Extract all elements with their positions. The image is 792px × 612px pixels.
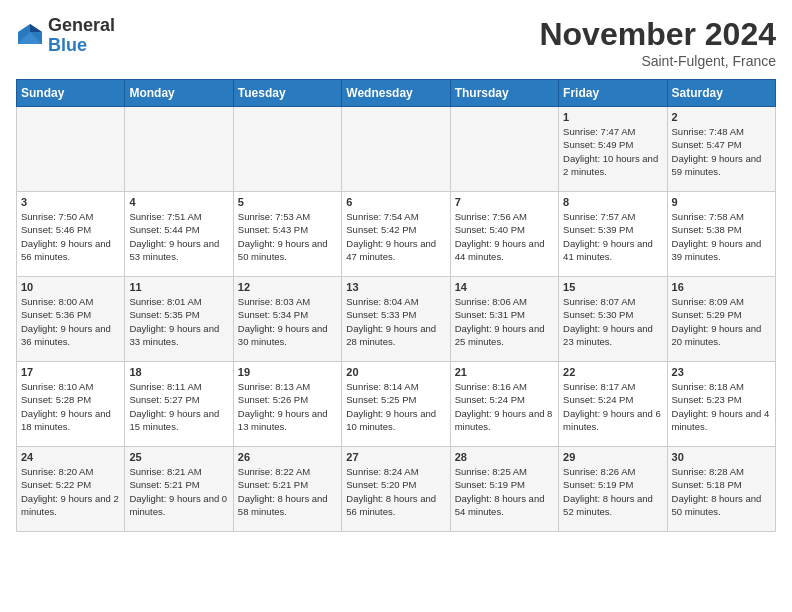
logo-blue: Blue <box>48 36 115 56</box>
logo-general: General <box>48 16 115 36</box>
day-number: 23 <box>672 366 771 378</box>
calendar-table: SundayMondayTuesdayWednesdayThursdayFrid… <box>16 79 776 532</box>
day-number: 1 <box>563 111 662 123</box>
header-row: SundayMondayTuesdayWednesdayThursdayFrid… <box>17 80 776 107</box>
day-info: Sunrise: 7:58 AM Sunset: 5:38 PM Dayligh… <box>672 210 771 263</box>
calendar-cell: 2Sunrise: 7:48 AM Sunset: 5:47 PM Daylig… <box>667 107 775 192</box>
calendar-cell: 25Sunrise: 8:21 AM Sunset: 5:21 PM Dayli… <box>125 447 233 532</box>
day-number: 9 <box>672 196 771 208</box>
day-number: 7 <box>455 196 554 208</box>
day-number: 3 <box>21 196 120 208</box>
calendar-cell: 8Sunrise: 7:57 AM Sunset: 5:39 PM Daylig… <box>559 192 667 277</box>
calendar-cell: 19Sunrise: 8:13 AM Sunset: 5:26 PM Dayli… <box>233 362 341 447</box>
calendar-cell: 21Sunrise: 8:16 AM Sunset: 5:24 PM Dayli… <box>450 362 558 447</box>
calendar-cell: 15Sunrise: 8:07 AM Sunset: 5:30 PM Dayli… <box>559 277 667 362</box>
week-row-4: 24Sunrise: 8:20 AM Sunset: 5:22 PM Dayli… <box>17 447 776 532</box>
week-row-2: 10Sunrise: 8:00 AM Sunset: 5:36 PM Dayli… <box>17 277 776 362</box>
calendar-cell: 23Sunrise: 8:18 AM Sunset: 5:23 PM Dayli… <box>667 362 775 447</box>
day-number: 2 <box>672 111 771 123</box>
day-number: 6 <box>346 196 445 208</box>
day-info: Sunrise: 8:00 AM Sunset: 5:36 PM Dayligh… <box>21 295 120 348</box>
day-number: 4 <box>129 196 228 208</box>
header-monday: Monday <box>125 80 233 107</box>
day-number: 13 <box>346 281 445 293</box>
header-tuesday: Tuesday <box>233 80 341 107</box>
day-info: Sunrise: 8:25 AM Sunset: 5:19 PM Dayligh… <box>455 465 554 518</box>
calendar-body: 1Sunrise: 7:47 AM Sunset: 5:49 PM Daylig… <box>17 107 776 532</box>
calendar-cell: 27Sunrise: 8:24 AM Sunset: 5:20 PM Dayli… <box>342 447 450 532</box>
day-info: Sunrise: 8:07 AM Sunset: 5:30 PM Dayligh… <box>563 295 662 348</box>
day-info: Sunrise: 8:18 AM Sunset: 5:23 PM Dayligh… <box>672 380 771 433</box>
day-info: Sunrise: 8:28 AM Sunset: 5:18 PM Dayligh… <box>672 465 771 518</box>
calendar-cell <box>342 107 450 192</box>
header-saturday: Saturday <box>667 80 775 107</box>
calendar-cell: 17Sunrise: 8:10 AM Sunset: 5:28 PM Dayli… <box>17 362 125 447</box>
day-number: 15 <box>563 281 662 293</box>
calendar-header: SundayMondayTuesdayWednesdayThursdayFrid… <box>17 80 776 107</box>
day-info: Sunrise: 8:22 AM Sunset: 5:21 PM Dayligh… <box>238 465 337 518</box>
calendar-cell: 6Sunrise: 7:54 AM Sunset: 5:42 PM Daylig… <box>342 192 450 277</box>
day-number: 18 <box>129 366 228 378</box>
calendar-cell: 30Sunrise: 8:28 AM Sunset: 5:18 PM Dayli… <box>667 447 775 532</box>
day-number: 22 <box>563 366 662 378</box>
day-info: Sunrise: 7:54 AM Sunset: 5:42 PM Dayligh… <box>346 210 445 263</box>
day-number: 10 <box>21 281 120 293</box>
day-number: 27 <box>346 451 445 463</box>
month-title: November 2024 <box>539 16 776 53</box>
header-sunday: Sunday <box>17 80 125 107</box>
day-info: Sunrise: 8:14 AM Sunset: 5:25 PM Dayligh… <box>346 380 445 433</box>
calendar-cell: 29Sunrise: 8:26 AM Sunset: 5:19 PM Dayli… <box>559 447 667 532</box>
day-number: 12 <box>238 281 337 293</box>
calendar-cell <box>17 107 125 192</box>
day-number: 24 <box>21 451 120 463</box>
day-info: Sunrise: 8:21 AM Sunset: 5:21 PM Dayligh… <box>129 465 228 518</box>
calendar-cell: 12Sunrise: 8:03 AM Sunset: 5:34 PM Dayli… <box>233 277 341 362</box>
calendar-cell: 3Sunrise: 7:50 AM Sunset: 5:46 PM Daylig… <box>17 192 125 277</box>
day-info: Sunrise: 8:09 AM Sunset: 5:29 PM Dayligh… <box>672 295 771 348</box>
day-info: Sunrise: 7:47 AM Sunset: 5:49 PM Dayligh… <box>563 125 662 178</box>
calendar-cell: 4Sunrise: 7:51 AM Sunset: 5:44 PM Daylig… <box>125 192 233 277</box>
calendar-cell: 18Sunrise: 8:11 AM Sunset: 5:27 PM Dayli… <box>125 362 233 447</box>
week-row-1: 3Sunrise: 7:50 AM Sunset: 5:46 PM Daylig… <box>17 192 776 277</box>
day-info: Sunrise: 7:53 AM Sunset: 5:43 PM Dayligh… <box>238 210 337 263</box>
calendar-cell: 26Sunrise: 8:22 AM Sunset: 5:21 PM Dayli… <box>233 447 341 532</box>
day-number: 11 <box>129 281 228 293</box>
day-info: Sunrise: 7:51 AM Sunset: 5:44 PM Dayligh… <box>129 210 228 263</box>
calendar-cell <box>125 107 233 192</box>
calendar-cell: 10Sunrise: 8:00 AM Sunset: 5:36 PM Dayli… <box>17 277 125 362</box>
calendar-cell: 28Sunrise: 8:25 AM Sunset: 5:19 PM Dayli… <box>450 447 558 532</box>
calendar-cell: 1Sunrise: 7:47 AM Sunset: 5:49 PM Daylig… <box>559 107 667 192</box>
day-number: 29 <box>563 451 662 463</box>
calendar-cell: 5Sunrise: 7:53 AM Sunset: 5:43 PM Daylig… <box>233 192 341 277</box>
day-info: Sunrise: 8:26 AM Sunset: 5:19 PM Dayligh… <box>563 465 662 518</box>
calendar-cell: 20Sunrise: 8:14 AM Sunset: 5:25 PM Dayli… <box>342 362 450 447</box>
page-header: General Blue November 2024 Saint-Fulgent… <box>16 16 776 69</box>
calendar-cell: 16Sunrise: 8:09 AM Sunset: 5:29 PM Dayli… <box>667 277 775 362</box>
calendar-cell: 9Sunrise: 7:58 AM Sunset: 5:38 PM Daylig… <box>667 192 775 277</box>
day-number: 14 <box>455 281 554 293</box>
week-row-0: 1Sunrise: 7:47 AM Sunset: 5:49 PM Daylig… <box>17 107 776 192</box>
day-info: Sunrise: 8:10 AM Sunset: 5:28 PM Dayligh… <box>21 380 120 433</box>
day-info: Sunrise: 7:50 AM Sunset: 5:46 PM Dayligh… <box>21 210 120 263</box>
logo-text: General Blue <box>48 16 115 56</box>
calendar-cell: 13Sunrise: 8:04 AM Sunset: 5:33 PM Dayli… <box>342 277 450 362</box>
svg-marker-1 <box>30 24 42 32</box>
day-info: Sunrise: 8:04 AM Sunset: 5:33 PM Dayligh… <box>346 295 445 348</box>
calendar-cell: 22Sunrise: 8:17 AM Sunset: 5:24 PM Dayli… <box>559 362 667 447</box>
calendar-cell: 14Sunrise: 8:06 AM Sunset: 5:31 PM Dayli… <box>450 277 558 362</box>
day-number: 26 <box>238 451 337 463</box>
calendar-cell: 11Sunrise: 8:01 AM Sunset: 5:35 PM Dayli… <box>125 277 233 362</box>
header-friday: Friday <box>559 80 667 107</box>
header-thursday: Thursday <box>450 80 558 107</box>
day-info: Sunrise: 8:06 AM Sunset: 5:31 PM Dayligh… <box>455 295 554 348</box>
day-info: Sunrise: 8:01 AM Sunset: 5:35 PM Dayligh… <box>129 295 228 348</box>
header-wednesday: Wednesday <box>342 80 450 107</box>
logo-icon <box>16 22 44 50</box>
day-info: Sunrise: 8:03 AM Sunset: 5:34 PM Dayligh… <box>238 295 337 348</box>
location: Saint-Fulgent, France <box>539 53 776 69</box>
calendar-cell <box>233 107 341 192</box>
day-info: Sunrise: 7:57 AM Sunset: 5:39 PM Dayligh… <box>563 210 662 263</box>
day-number: 16 <box>672 281 771 293</box>
day-number: 30 <box>672 451 771 463</box>
calendar-cell: 7Sunrise: 7:56 AM Sunset: 5:40 PM Daylig… <box>450 192 558 277</box>
